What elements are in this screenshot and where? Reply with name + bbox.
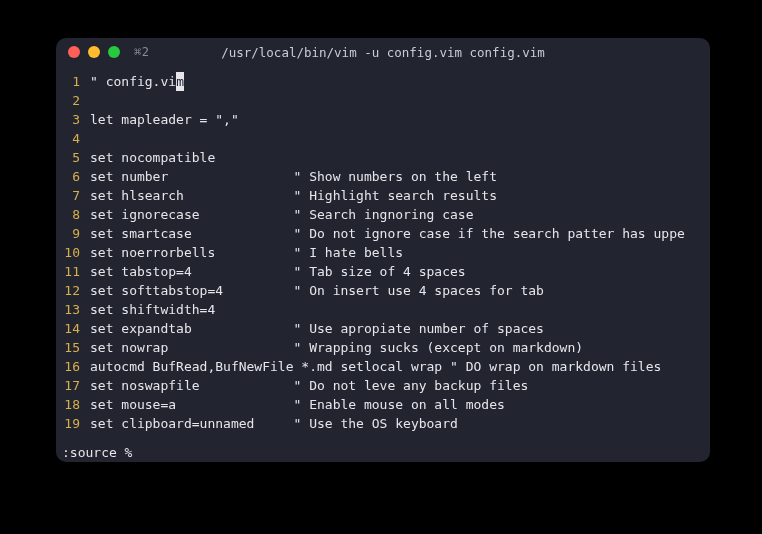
line-content[interactable]: set ignorecase " Search ingnoring case (90, 205, 710, 224)
line-content[interactable]: set shiftwidth=4 (90, 300, 710, 319)
text-cursor: m (176, 72, 184, 91)
terminal-window: ⌘2 /usr/local/bin/vim -u config.vim conf… (56, 38, 710, 462)
window-controls (68, 46, 120, 58)
minimize-icon[interactable] (88, 46, 100, 58)
editor-viewport[interactable]: 1" config.vim23let mapleader = ","45set … (56, 66, 710, 442)
editor-line[interactable]: 1" config.vim (56, 72, 710, 91)
line-number: 10 (56, 243, 90, 262)
line-number: 16 (56, 357, 90, 376)
line-content[interactable]: set tabstop=4 " Tab size of 4 spaces (90, 262, 710, 281)
editor-line[interactable]: 19set clipboard=unnamed " Use the OS key… (56, 414, 710, 433)
line-number: 2 (56, 91, 90, 110)
line-number: 11 (56, 262, 90, 281)
line-content[interactable]: set hlsearch " Highlight search results (90, 186, 710, 205)
vim-command-line[interactable]: :source % (56, 442, 710, 462)
close-icon[interactable] (68, 46, 80, 58)
line-number: 8 (56, 205, 90, 224)
line-content[interactable] (90, 129, 710, 148)
line-number: 4 (56, 129, 90, 148)
line-number: 13 (56, 300, 90, 319)
line-content[interactable]: set noswapfile " Do not leve any backup … (90, 376, 710, 395)
zoom-icon[interactable] (108, 46, 120, 58)
tab-shortcut-label: ⌘2 (134, 45, 149, 59)
editor-line[interactable]: 10set noerrorbells " I hate bells (56, 243, 710, 262)
line-content[interactable]: set number " Show numbers on the left (90, 167, 710, 186)
editor-line[interactable]: 2 (56, 91, 710, 110)
line-number: 14 (56, 319, 90, 338)
line-number: 9 (56, 224, 90, 243)
line-content[interactable]: set smartcase " Do not ignore case if th… (90, 224, 710, 243)
line-content[interactable]: autocmd BufRead,BufNewFile *.md setlocal… (90, 357, 710, 376)
line-number: 19 (56, 414, 90, 433)
line-content[interactable] (90, 91, 710, 110)
editor-line[interactable]: 18set mouse=a " Enable mouse on all mode… (56, 395, 710, 414)
editor-line[interactable]: 4 (56, 129, 710, 148)
line-number: 18 (56, 395, 90, 414)
line-content[interactable]: " config.vim (90, 72, 710, 91)
line-content[interactable]: set noerrorbells " I hate bells (90, 243, 710, 262)
editor-line[interactable]: 12set softtabstop=4 " On insert use 4 sp… (56, 281, 710, 300)
window-title: /usr/local/bin/vim -u config.vim config.… (221, 45, 545, 60)
line-content[interactable]: set nowrap " Wrapping sucks (except on m… (90, 338, 710, 357)
editor-line[interactable]: 5set nocompatible (56, 148, 710, 167)
line-content[interactable]: set nocompatible (90, 148, 710, 167)
editor-line[interactable]: 17set noswapfile " Do not leve any backu… (56, 376, 710, 395)
line-number: 5 (56, 148, 90, 167)
line-number: 3 (56, 110, 90, 129)
editor-line[interactable]: 15set nowrap " Wrapping sucks (except on… (56, 338, 710, 357)
line-number: 6 (56, 167, 90, 186)
line-number: 7 (56, 186, 90, 205)
editor-line[interactable]: 6set number " Show numbers on the left (56, 167, 710, 186)
editor-line[interactable]: 8set ignorecase " Search ingnoring case (56, 205, 710, 224)
editor-line[interactable]: 11set tabstop=4 " Tab size of 4 spaces (56, 262, 710, 281)
line-content[interactable]: set expandtab " Use apropiate number of … (90, 319, 710, 338)
line-number: 1 (56, 72, 90, 91)
line-content[interactable]: let mapleader = "," (90, 110, 710, 129)
line-content[interactable]: set clipboard=unnamed " Use the OS keybo… (90, 414, 710, 433)
line-number: 15 (56, 338, 90, 357)
editor-line[interactable]: 9set smartcase " Do not ignore case if t… (56, 224, 710, 243)
line-content[interactable]: set mouse=a " Enable mouse on all modes (90, 395, 710, 414)
editor-line[interactable]: 3let mapleader = "," (56, 110, 710, 129)
editor-line[interactable]: 16autocmd BufRead,BufNewFile *.md setloc… (56, 357, 710, 376)
line-number: 12 (56, 281, 90, 300)
editor-line[interactable]: 7set hlsearch " Highlight search results (56, 186, 710, 205)
line-content[interactable]: set softtabstop=4 " On insert use 4 spac… (90, 281, 710, 300)
editor-line[interactable]: 13set shiftwidth=4 (56, 300, 710, 319)
titlebar: ⌘2 /usr/local/bin/vim -u config.vim conf… (56, 38, 710, 66)
line-number: 17 (56, 376, 90, 395)
editor-line[interactable]: 14set expandtab " Use apropiate number o… (56, 319, 710, 338)
